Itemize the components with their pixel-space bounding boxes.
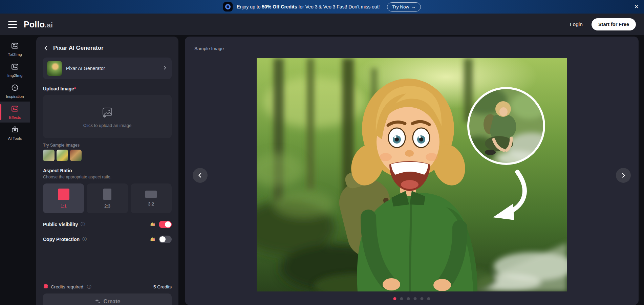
veo-logo-icon xyxy=(223,2,233,12)
landscape-ratio-shape xyxy=(145,191,157,198)
carousel-dot-2[interactable] xyxy=(400,297,403,300)
promo-banner: Enjoy up to 50% Off Credits for Veo 3 & … xyxy=(0,0,644,14)
preview-panel: Sample Image xyxy=(185,37,639,305)
hamburger-menu-icon[interactable] xyxy=(8,21,17,28)
create-button[interactable]: Create xyxy=(43,293,172,305)
carousel-dots xyxy=(393,297,430,300)
square-ratio-shape xyxy=(58,189,69,200)
carousel-dot-1[interactable] xyxy=(393,297,396,300)
sidebar-item-label: Effects xyxy=(9,115,21,119)
generator-settings-panel: Pixar AI Generator Pixar AI Generator Up… xyxy=(36,37,178,305)
crown-icon xyxy=(150,236,155,243)
promo-text: Enjoy up to 50% Off Credits for Veo 3 & … xyxy=(237,4,380,9)
top-header: Pollo.ai Login Start for Free xyxy=(0,14,644,35)
generator-thumbnail xyxy=(47,61,62,76)
page-title: Pixar AI Generator xyxy=(53,45,104,51)
sample-image-2[interactable] xyxy=(57,150,68,161)
copy-protection-toggle[interactable] xyxy=(159,236,172,243)
chevron-right-icon xyxy=(162,65,168,72)
aspect-option-3-2[interactable]: 3:2 xyxy=(131,183,172,213)
upload-image-label: Upload Image* xyxy=(43,86,172,91)
back-chevron-icon[interactable] xyxy=(43,45,49,51)
sidebar-item-label: Inspiration xyxy=(6,94,24,99)
sidebar-item-effects[interactable]: Effects xyxy=(0,102,30,123)
carousel-dot-4[interactable] xyxy=(414,297,417,300)
copy-protection-row: Copy Protection ⓘ xyxy=(43,236,172,243)
aspect-ratio-subtitle: Choose the appropriate aspect ratio. xyxy=(43,175,172,179)
portrait-ratio-shape xyxy=(103,189,111,200)
carousel-next-button[interactable] xyxy=(616,168,631,183)
generator-selector-card[interactable]: Pixar AI Generator xyxy=(43,58,172,79)
aspect-option-2-3[interactable]: 2:3 xyxy=(87,183,128,213)
public-visibility-toggle[interactable] xyxy=(159,221,172,228)
carousel-prev-button[interactable] xyxy=(193,168,208,183)
credits-label: Credits required: xyxy=(51,284,85,289)
sample-images-row xyxy=(43,150,172,161)
effects-icon xyxy=(11,105,19,114)
close-icon[interactable]: × xyxy=(634,3,639,10)
login-button[interactable]: Login xyxy=(570,21,583,27)
info-icon[interactable]: ⓘ xyxy=(87,284,91,290)
generator-card-label: Pixar AI Generator xyxy=(66,66,158,71)
info-icon[interactable]: ⓘ xyxy=(82,236,87,242)
sample-image-label: Sample Image xyxy=(194,46,224,51)
public-visibility-row: Public Visibility ⓘ xyxy=(43,221,172,228)
sidebar-item-label: AI Tools xyxy=(8,136,22,140)
sidebar-item-label: Txt2Img xyxy=(8,52,22,57)
start-for-free-button[interactable]: Start for Free xyxy=(592,18,636,30)
sidebar-item-ai-tools[interactable]: AI Tools xyxy=(0,123,30,144)
sample-image-1[interactable] xyxy=(43,150,55,161)
upload-hint: Click to upload an image xyxy=(83,123,131,128)
sidebar: Txt2Img Img2Img Inspiration xyxy=(0,37,30,305)
carousel-dot-3[interactable] xyxy=(407,297,410,300)
sparkle-icon xyxy=(94,298,101,305)
coins-icon xyxy=(43,284,48,290)
sample-image-3[interactable] xyxy=(70,150,82,161)
sidebar-item-txt2img[interactable]: Txt2Img xyxy=(0,39,30,60)
arrow-right-icon: → xyxy=(411,4,416,9)
try-now-button[interactable]: Try Now→ xyxy=(387,2,421,12)
sample-images-label: Try Sample Images xyxy=(43,143,172,148)
info-icon[interactable]: ⓘ xyxy=(81,221,85,227)
credits-value: 5 Credits xyxy=(153,284,172,289)
text-to-image-icon xyxy=(11,42,19,51)
aspect-ratio-label: Aspect Ratio xyxy=(43,168,172,173)
crown-icon xyxy=(150,221,155,228)
image-upload-icon xyxy=(101,105,114,120)
credits-row: Credits required: ⓘ 5 Credits xyxy=(43,282,172,293)
pollo-logo[interactable]: Pollo.ai xyxy=(24,20,53,29)
carousel-dot-6[interactable] xyxy=(427,297,430,300)
toolbox-icon xyxy=(11,126,19,135)
sidebar-item-label: Img2Img xyxy=(7,73,23,78)
upload-dropzone[interactable]: Click to upload an image xyxy=(43,95,172,138)
sidebar-item-img2img[interactable]: Img2Img xyxy=(0,60,30,81)
aspect-option-1-1[interactable]: 1:1 xyxy=(43,183,84,213)
image-to-image-icon xyxy=(11,63,19,72)
carousel-dot-5[interactable] xyxy=(421,297,424,300)
sidebar-item-inspiration[interactable]: Inspiration xyxy=(0,81,30,102)
compass-icon xyxy=(11,84,19,93)
aspect-ratio-options: 1:1 2:3 3:2 xyxy=(43,183,172,213)
required-asterisk: * xyxy=(74,86,76,91)
sample-preview-image xyxy=(257,58,567,291)
